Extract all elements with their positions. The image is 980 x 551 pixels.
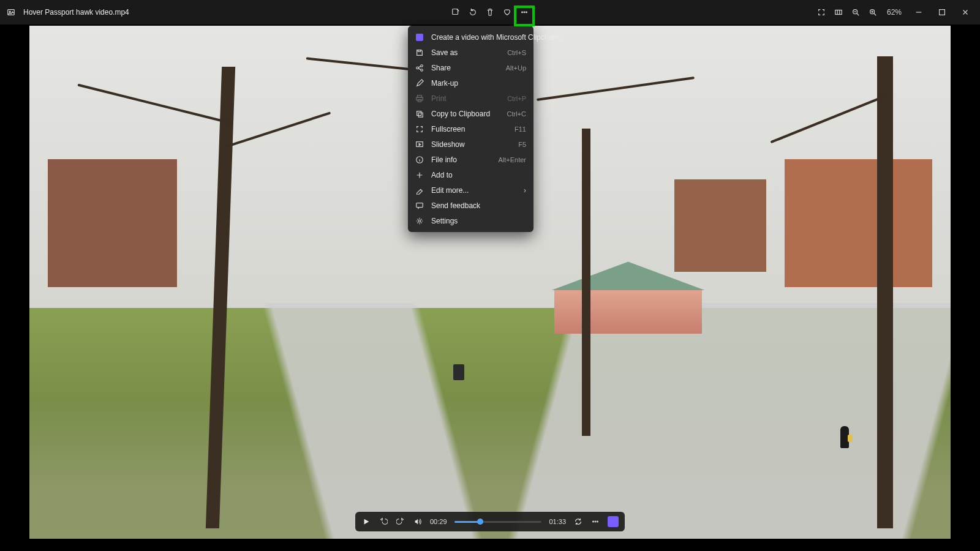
loop-button[interactable] bbox=[573, 517, 583, 527]
svg-rect-21 bbox=[417, 203, 423, 207]
window-close-button[interactable] bbox=[956, 4, 975, 21]
svg-point-3 bbox=[522, 12, 523, 13]
seek-thumb[interactable] bbox=[477, 519, 483, 525]
svg-rect-18 bbox=[418, 113, 423, 117]
menu-label: Settings bbox=[431, 217, 526, 225]
menu-label: Edit more... bbox=[431, 186, 516, 195]
zoom-out-button[interactable] bbox=[849, 6, 862, 19]
file-title: Hover Passport hawk video.mp4 bbox=[23, 8, 129, 17]
svg-rect-2 bbox=[453, 9, 458, 15]
menu-copy[interactable]: Copy to Clipboard Ctrl+C bbox=[408, 106, 533, 121]
menu-label: File info bbox=[431, 156, 491, 164]
menu-share[interactable]: Share Alt+Up bbox=[408, 60, 533, 75]
save-icon bbox=[415, 48, 424, 57]
fullscreen-icon bbox=[415, 125, 424, 133]
seek-track[interactable] bbox=[454, 521, 542, 523]
titlebar: Hover Passport hawk video.mp4 62% bbox=[0, 0, 980, 24]
svg-point-22 bbox=[418, 220, 421, 222]
menu-shortcut: Alt+Enter bbox=[498, 156, 526, 163]
share-icon bbox=[415, 64, 424, 72]
menu-shortcut: F5 bbox=[518, 141, 526, 148]
menu-shortcut: F11 bbox=[514, 126, 526, 133]
feedback-icon bbox=[415, 201, 424, 210]
svg-point-23 bbox=[593, 521, 594, 522]
favorite-button[interactable] bbox=[500, 6, 514, 19]
app-photos-icon bbox=[6, 7, 16, 17]
print-icon bbox=[415, 94, 424, 103]
menu-edit-more[interactable]: Edit more... › bbox=[408, 182, 533, 198]
time-current: 00:29 bbox=[430, 518, 447, 525]
window-maximize-button[interactable] bbox=[932, 4, 952, 21]
menu-label: Mark-up bbox=[431, 79, 526, 88]
slideshow-icon bbox=[415, 140, 424, 149]
gear-icon bbox=[415, 217, 424, 225]
edit-icon bbox=[415, 186, 424, 195]
svg-rect-17 bbox=[417, 111, 421, 115]
menu-shortcut: Ctrl+S bbox=[507, 49, 526, 56]
zoom-level: 62% bbox=[883, 8, 905, 17]
svg-point-11 bbox=[417, 67, 419, 69]
menu-add-to[interactable]: Add to bbox=[408, 167, 533, 182]
svg-point-1 bbox=[9, 11, 10, 12]
menu-label: Slideshow bbox=[431, 140, 511, 149]
add-icon bbox=[415, 171, 424, 179]
svg-point-4 bbox=[524, 12, 525, 13]
svg-point-24 bbox=[595, 521, 596, 522]
menu-clipchamp[interactable]: Create a video with Microsoft Clipchamp bbox=[408, 29, 533, 45]
markup-icon bbox=[415, 79, 424, 88]
menu-shortcut: Alt+Up bbox=[506, 64, 526, 72]
svg-rect-16 bbox=[418, 99, 421, 102]
menu-label: Copy to Clipboard bbox=[431, 110, 500, 118]
chevron-right-icon: › bbox=[524, 186, 526, 195]
svg-rect-9 bbox=[940, 10, 945, 15]
skip-forward-button[interactable] bbox=[396, 517, 405, 527]
menu-label: Share bbox=[431, 64, 499, 72]
menu-shortcut: Ctrl+P bbox=[507, 95, 526, 102]
menu-shortcut: Ctrl+C bbox=[507, 110, 526, 118]
menu-settings[interactable]: Settings bbox=[408, 213, 533, 228]
svg-point-5 bbox=[526, 12, 527, 13]
time-total: 01:33 bbox=[549, 518, 566, 525]
info-icon bbox=[415, 156, 424, 164]
svg-rect-6 bbox=[835, 10, 842, 15]
menu-markup[interactable]: Mark-up bbox=[408, 75, 533, 91]
play-button[interactable] bbox=[361, 517, 371, 527]
svg-point-13 bbox=[421, 69, 423, 71]
menu-fullscreen[interactable]: Fullscreen F11 bbox=[408, 121, 533, 137]
window-minimize-button[interactable] bbox=[909, 4, 929, 21]
menu-label: Add to bbox=[431, 171, 526, 179]
menu-slideshow[interactable]: Slideshow F5 bbox=[408, 137, 533, 152]
svg-point-25 bbox=[597, 521, 598, 522]
clipchamp-icon bbox=[415, 33, 424, 42]
svg-point-12 bbox=[421, 64, 423, 67]
menu-print: Print Ctrl+P bbox=[408, 91, 533, 106]
filmstrip-button[interactable] bbox=[832, 6, 845, 19]
menu-send-feedback[interactable]: Send feedback bbox=[408, 198, 533, 213]
menu-file-info[interactable]: File info Alt+Enter bbox=[408, 152, 533, 167]
clipchamp-badge[interactable] bbox=[608, 516, 619, 527]
seek-fill bbox=[454, 521, 481, 523]
playback-more-button[interactable] bbox=[590, 517, 600, 527]
menu-label: Save as bbox=[431, 48, 500, 57]
rotate-button[interactable] bbox=[466, 6, 480, 19]
volume-button[interactable] bbox=[413, 517, 423, 527]
menu-label: Fullscreen bbox=[431, 125, 507, 133]
menu-label: Send feedback bbox=[431, 201, 526, 210]
zoom-in-button[interactable] bbox=[866, 6, 880, 19]
fullscreen-toggle-button[interactable] bbox=[815, 6, 828, 19]
delete-button[interactable] bbox=[483, 6, 497, 19]
skip-back-button[interactable] bbox=[379, 517, 388, 527]
playback-bar: 00:29 01:33 bbox=[355, 512, 625, 531]
menu-save-as[interactable]: Save as Ctrl+S bbox=[408, 45, 533, 60]
menu-label: Create a video with Microsoft Clipchamp bbox=[431, 33, 563, 42]
copy-icon bbox=[415, 110, 424, 118]
svg-rect-10 bbox=[418, 50, 420, 51]
menu-label: Print bbox=[431, 94, 500, 103]
more-button[interactable] bbox=[518, 6, 531, 19]
more-context-menu: Create a video with Microsoft Clipchamp … bbox=[408, 26, 533, 232]
edit-image-button[interactable] bbox=[449, 6, 462, 19]
